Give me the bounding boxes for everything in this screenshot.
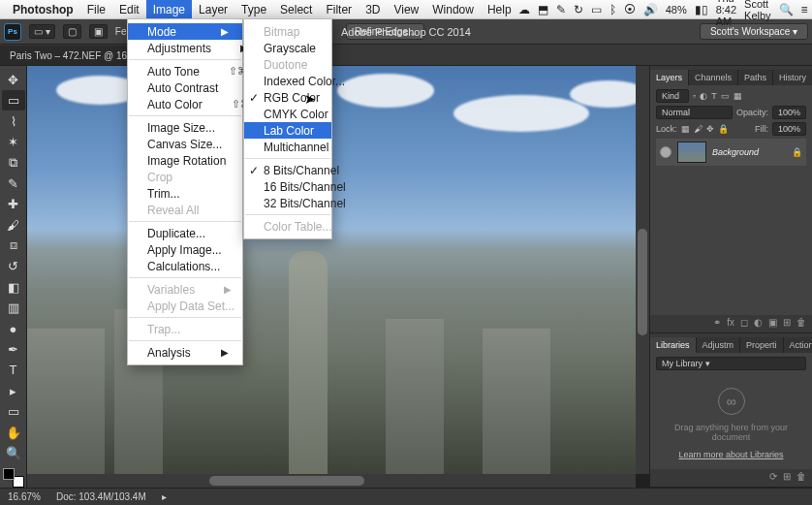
menu-file[interactable]: File bbox=[80, 0, 112, 19]
delete-layer-icon[interactable]: 🗑 bbox=[796, 317, 806, 331]
vertical-scrollbar[interactable] bbox=[636, 66, 649, 474]
tab-libraries[interactable]: Libraries bbox=[650, 337, 697, 353]
dropbox-icon[interactable]: ⬒ bbox=[538, 3, 548, 16]
mode-grayscale[interactable]: Grayscale bbox=[244, 40, 331, 56]
mode-lab[interactable]: Lab Color bbox=[244, 122, 331, 139]
layer-thumbnail[interactable] bbox=[677, 142, 706, 163]
lock-pixels-icon[interactable]: 🖌 bbox=[694, 124, 703, 134]
menu-help[interactable]: Help bbox=[481, 0, 518, 19]
layer-name[interactable]: Background bbox=[712, 147, 759, 157]
menu-auto-tone[interactable]: Auto Tone⇧⌘L bbox=[128, 63, 242, 79]
blend-mode-select[interactable]: Normal bbox=[656, 106, 733, 119]
bluetooth-icon[interactable]: ᛒ bbox=[609, 3, 616, 16]
hand-tool[interactable]: ✋ bbox=[2, 423, 25, 442]
menu-trim[interactable]: Trim... bbox=[128, 185, 242, 202]
new-layer-icon[interactable]: ⊞ bbox=[783, 317, 791, 331]
volume-icon[interactable]: 🔊 bbox=[643, 3, 658, 16]
menu-3d[interactable]: 3D bbox=[359, 0, 387, 19]
selection-mode-new[interactable]: ▢ bbox=[63, 24, 81, 39]
link-layers-icon[interactable]: ⚭ bbox=[713, 317, 721, 331]
mac-app-name[interactable]: Photoshop bbox=[6, 3, 80, 16]
horizontal-scrollbar[interactable] bbox=[27, 474, 636, 488]
tab-properties[interactable]: Properti bbox=[740, 337, 784, 353]
tab-channels[interactable]: Channels bbox=[689, 70, 738, 85]
tab-paths[interactable]: Paths bbox=[738, 70, 773, 85]
crop-tool[interactable]: ⧉ bbox=[2, 153, 25, 173]
pen-tool[interactable]: ✒ bbox=[2, 339, 25, 359]
filter-type-icon[interactable]: T bbox=[711, 91, 717, 101]
menu-edit[interactable]: Edit bbox=[112, 0, 146, 19]
menu-auto-contrast[interactable]: Auto Contrast⌥⇧⌘L bbox=[128, 79, 242, 96]
menu-select[interactable]: Select bbox=[273, 0, 319, 19]
menu-analysis[interactable]: Analysis▶ bbox=[128, 344, 242, 361]
mode-rgb[interactable]: ✓RGB Color bbox=[244, 89, 331, 106]
lock-transparency-icon[interactable]: ▦ bbox=[681, 124, 690, 134]
spotlight-icon[interactable]: 🔍 bbox=[779, 3, 794, 16]
library-select[interactable]: My Library ▾ bbox=[656, 357, 806, 370]
menu-image-rotation[interactable]: Image Rotation▶ bbox=[128, 152, 242, 169]
menu-image[interactable]: Image bbox=[146, 0, 192, 19]
brush-tool[interactable]: 🖌 bbox=[2, 215, 25, 235]
menu-image-size[interactable]: Image Size...⌥⌘I bbox=[128, 119, 242, 136]
tab-layers[interactable]: Layers bbox=[650, 70, 689, 85]
opacity-value[interactable]: 100% bbox=[772, 106, 806, 119]
menu-layer[interactable]: Layer bbox=[192, 0, 234, 19]
menu-type[interactable]: Type bbox=[234, 0, 273, 19]
eraser-tool[interactable]: ◧ bbox=[2, 277, 25, 297]
creative-cloud-icon[interactable]: ☁ bbox=[518, 3, 530, 16]
menu-calculations[interactable]: Calculations... bbox=[128, 258, 242, 274]
mode-16bit[interactable]: 16 Bits/Channel bbox=[244, 178, 331, 195]
notification-icon[interactable]: ≡ bbox=[801, 3, 808, 16]
mode-8bit[interactable]: ✓8 Bits/Channel bbox=[244, 162, 331, 178]
mode-32bit[interactable]: 32 Bits/Channel bbox=[244, 195, 331, 211]
filter-kind-select[interactable]: Kind bbox=[656, 89, 689, 103]
user-name[interactable]: Scott Kelby bbox=[744, 0, 771, 21]
mode-indexed[interactable]: Indexed Color... bbox=[244, 73, 331, 89]
zoom-level[interactable]: 16.67% bbox=[8, 491, 41, 502]
menu-window[interactable]: Window bbox=[425, 0, 481, 19]
libraries-learn-link[interactable]: Learn more about Libraries bbox=[678, 450, 783, 459]
fill-value[interactable]: 100% bbox=[772, 122, 806, 136]
wifi-icon[interactable]: ⦿ bbox=[624, 3, 636, 16]
lib-sync-icon[interactable]: ⟳ bbox=[769, 471, 777, 485]
foreground-background-colors[interactable] bbox=[3, 468, 24, 488]
evernote-icon[interactable]: ✎ bbox=[556, 3, 566, 16]
clock[interactable]: Thu 8:42 AM bbox=[716, 0, 736, 27]
menu-duplicate[interactable]: Duplicate... bbox=[128, 225, 242, 241]
gradient-tool[interactable]: ▥ bbox=[2, 298, 25, 317]
type-tool[interactable]: T bbox=[2, 361, 25, 380]
filter-shape-icon[interactable]: ▭ bbox=[721, 91, 730, 101]
time-machine-icon[interactable]: ↻ bbox=[574, 3, 583, 16]
status-arrow-icon[interactable]: ▸ bbox=[162, 491, 167, 502]
menu-adjustments[interactable]: Adjustments▶ bbox=[128, 40, 242, 56]
move-tool[interactable]: ✥ bbox=[2, 70, 25, 89]
battery-icon[interactable]: ▮▯ bbox=[695, 3, 708, 16]
filter-adjust-icon[interactable]: ◐ bbox=[700, 91, 707, 101]
zoom-tool[interactable]: 🔍 bbox=[2, 443, 25, 462]
tab-actions[interactable]: Actions bbox=[784, 337, 812, 353]
layer-row[interactable]: Background 🔒 bbox=[656, 139, 806, 166]
visibility-icon[interactable] bbox=[660, 146, 671, 158]
tool-preset-picker[interactable]: ▭ ▾ bbox=[29, 24, 55, 39]
ps-logo-icon[interactable]: Ps bbox=[4, 23, 21, 41]
quick-select-tool[interactable]: ✶ bbox=[2, 132, 25, 151]
new-group-icon[interactable]: ▣ bbox=[768, 317, 777, 331]
clone-stamp-tool[interactable]: ⧈ bbox=[2, 236, 25, 255]
menu-filter[interactable]: Filter bbox=[319, 0, 359, 19]
lib-delete-icon[interactable]: 🗑 bbox=[796, 471, 806, 485]
filter-pixel-icon[interactable]: ▫ bbox=[693, 91, 696, 101]
menu-auto-color[interactable]: Auto Color⇧⌘B bbox=[128, 96, 242, 112]
menu-view[interactable]: View bbox=[387, 0, 425, 19]
selection-mode-add[interactable]: ▣ bbox=[89, 24, 108, 39]
lib-new-icon[interactable]: ⊞ bbox=[783, 471, 791, 485]
shape-tool[interactable]: ▭ bbox=[2, 402, 25, 422]
tab-adjustments[interactable]: Adjustm bbox=[697, 337, 741, 353]
menu-mode[interactable]: Mode▶ bbox=[128, 23, 242, 40]
mode-multichannel[interactable]: Multichannel bbox=[244, 139, 331, 155]
dodge-tool[interactable]: ● bbox=[2, 319, 25, 338]
new-adjustment-icon[interactable]: ◐ bbox=[754, 317, 763, 331]
layer-mask-icon[interactable]: ◻ bbox=[740, 317, 748, 331]
menu-apply-image[interactable]: Apply Image... bbox=[128, 241, 242, 258]
lock-position-icon[interactable]: ✥ bbox=[706, 124, 714, 134]
tab-history[interactable]: History bbox=[773, 70, 812, 85]
